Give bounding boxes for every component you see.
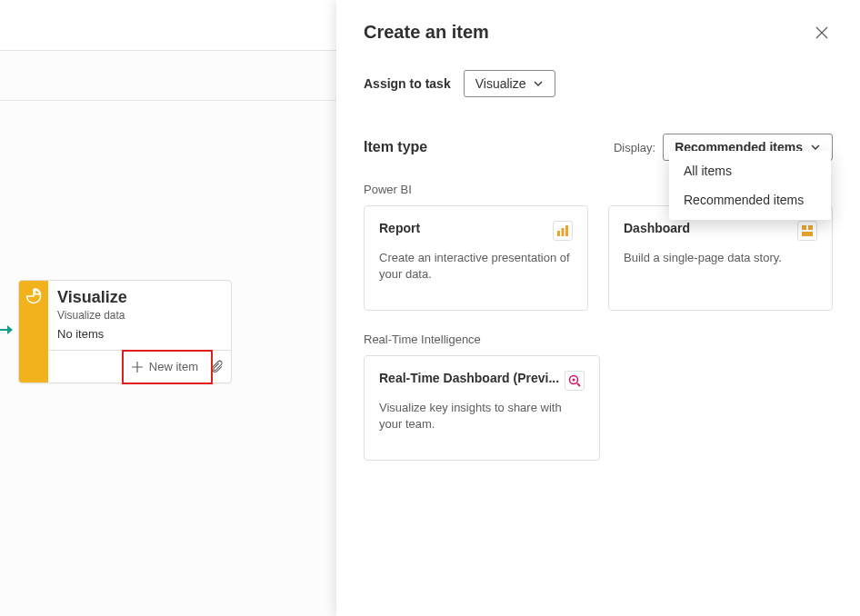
panel-header: Create an item [364,22,833,46]
task-title: Visualize [57,288,220,307]
plus-icon [131,361,144,373]
category-label-realtime: Real-Time Intelligence [364,333,833,346]
create-item-panel: Create an item Assign to task Visualize … [336,0,860,616]
task-card-visualize[interactable]: Visualize Visualize data No items New it… [18,280,232,383]
close-icon [815,25,829,40]
arrow-icon [0,323,13,336]
item-card-description: Build a single-page data story. [624,250,817,295]
item-type-heading: Item type [364,139,427,155]
item-card-report[interactable]: Report Create an interactive presentatio… [364,205,588,311]
task-footer: New item [48,350,231,383]
close-button[interactable] [811,22,833,46]
display-filter-flyout: All items Recommended items [669,151,831,220]
item-card-realtime-dashboard[interactable]: Real-Time Dashboard (Previ... Visualize … [364,355,600,461]
flyout-option-all-items[interactable]: All items [669,156,831,185]
chevron-down-icon [533,78,544,89]
svg-line-13 [577,383,580,386]
item-card-description: Create an interactive presentation of yo… [379,250,573,295]
item-card-description: Visualize key insights to share with you… [379,400,585,445]
item-card-title: Report [379,221,420,235]
task-accent-bar [19,281,48,383]
item-card-title: Real-Time Dashboard (Previ... [379,371,559,385]
new-item-label: New item [149,360,198,373]
task-items-count: No items [57,327,220,341]
svg-rect-11 [802,232,813,236]
svg-rect-9 [802,225,806,230]
card-row-realtime: Real-Time Dashboard (Previ... Visualize … [364,355,833,461]
task-body: Visualize Visualize data No items New it… [48,281,231,383]
panel-title: Create an item [364,22,489,43]
svg-rect-10 [808,225,813,230]
flyout-option-recommended-items[interactable]: Recommended items [669,185,831,214]
svg-rect-6 [557,231,560,236]
task-dropdown-value: Visualize [475,76,526,91]
realtime-icon [565,371,585,391]
divider [0,100,336,104]
attachment-icon[interactable] [209,360,224,374]
assign-to-task-label: Assign to task [364,76,451,91]
item-card-title: Dashboard [624,221,690,235]
item-card-dashboard[interactable]: Dashboard Build a single-page data story… [608,205,833,311]
task-card-main: Visualize Visualize data No items [48,281,231,350]
dashboard-icon [797,221,817,241]
task-dropdown[interactable]: Visualize [464,70,556,97]
svg-marker-1 [7,325,13,334]
top-bar [0,0,336,51]
task-subtitle: Visualize data [57,309,220,322]
svg-rect-8 [565,225,568,236]
canvas-background: Visualize Visualize data No items New it… [0,0,336,616]
svg-point-14 [573,379,575,382]
bar-chart-icon [553,221,573,241]
display-label: Display: [614,141,655,154]
assign-row: Assign to task Visualize [364,70,833,97]
card-row-power-bi: Report Create an interactive presentatio… [364,205,833,311]
svg-rect-7 [562,228,565,236]
new-item-button[interactable]: New item [125,356,204,377]
pie-chart-icon [25,288,42,304]
